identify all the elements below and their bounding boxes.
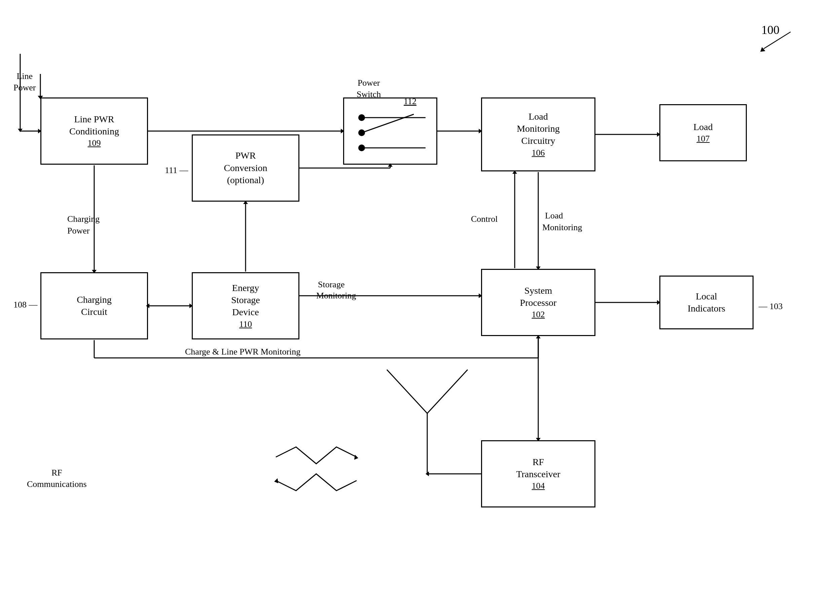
block-local-indicators: LocalIndicators — [659, 276, 753, 329]
svg-text:Monitoring: Monitoring — [316, 291, 356, 301]
block-load: Load 107 — [659, 104, 747, 161]
svg-marker-51 — [354, 455, 358, 460]
block-line-pwr-conditioning: Line PWRConditioning 109 — [40, 97, 148, 165]
block-system-processor: SystemProcessor 102 — [481, 269, 596, 336]
svg-line-49 — [387, 370, 427, 414]
block-line-pwr-label: Line PWRConditioning — [69, 113, 119, 138]
svg-marker-52 — [274, 478, 278, 483]
block-rf-transceiver: RFTransceiver 104 — [481, 440, 596, 507]
svg-text:Storage: Storage — [318, 280, 344, 289]
block-load-mon-label: LoadMonitoringCircuitry — [517, 111, 560, 147]
power-switch-label: PowerSwitch — [357, 77, 381, 100]
line-power-label: LinePower — [13, 70, 36, 94]
block-load-monitoring: LoadMonitoringCircuitry 106 — [481, 97, 596, 172]
rf-comm-label: RFCommunications — [27, 467, 87, 490]
block-charging-label: ChargingCircuit — [77, 294, 112, 318]
svg-text:Power: Power — [67, 226, 90, 236]
block-pwr-conversion: PWRConversion(optional) — [192, 135, 299, 202]
ref-111-label: 111 — — [165, 165, 188, 176]
block-energy-ref: 110 — [239, 318, 252, 330]
block-energy-storage: EnergyStorageDevice 110 — [192, 272, 299, 339]
block-power-switch — [343, 97, 437, 165]
block-line-pwr-ref: 109 — [88, 138, 101, 149]
block-energy-label: EnergyStorageDevice — [231, 282, 260, 318]
svg-line-50 — [427, 370, 468, 414]
svg-text:Charging: Charging — [67, 214, 100, 224]
block-sys-proc-label: SystemProcessor — [520, 285, 557, 309]
block-rf-trans-label: RFTransceiver — [516, 456, 560, 481]
svg-marker-7 — [18, 129, 22, 132]
diagram: 100 LinePower Line PWRConditioning 109 C… — [0, 0, 840, 616]
svg-marker-1 — [760, 47, 765, 52]
ref-100-label: 100 — [761, 23, 780, 37]
block-charging-circuit: ChargingCircuit — [40, 272, 148, 339]
ref-108-label: 108 — — [13, 299, 38, 311]
block-rf-trans-ref: 104 — [532, 480, 545, 492]
svg-text:Load: Load — [545, 211, 563, 220]
block-local-ind-label: LocalIndicators — [688, 290, 725, 315]
block-pwr-conv-label: PWRConversion(optional) — [224, 150, 267, 186]
block-sys-proc-ref: 102 — [532, 309, 545, 320]
svg-text:Monitoring: Monitoring — [542, 223, 582, 232]
svg-text:Charge & Line PWR Monitoring: Charge & Line PWR Monitoring — [185, 347, 300, 356]
svg-marker-47 — [425, 471, 429, 476]
ref-103-label: — 103 — [759, 301, 783, 312]
block-load-mon-ref: 106 — [532, 147, 545, 158]
block-load-label: Load — [693, 121, 713, 133]
svg-text:Control: Control — [471, 214, 497, 224]
block-load-ref: 107 — [697, 133, 710, 145]
